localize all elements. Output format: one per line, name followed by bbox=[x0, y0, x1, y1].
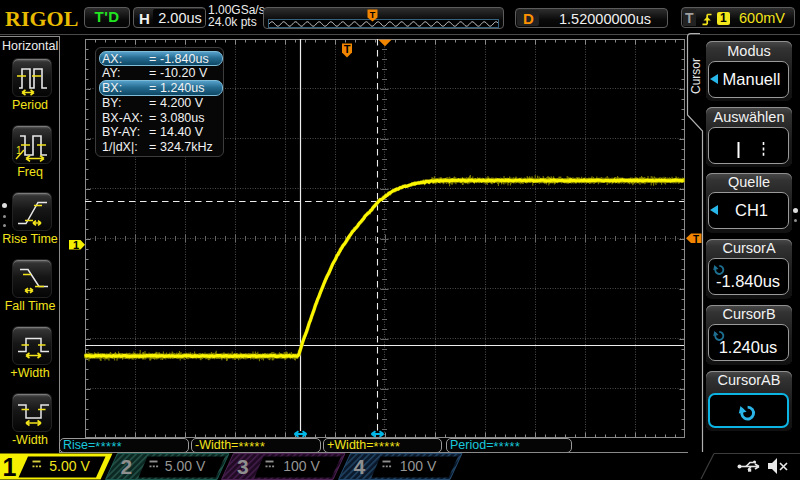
svg-text:T: T bbox=[344, 43, 351, 55]
svg-text:1: 1 bbox=[16, 145, 22, 156]
svg-text:T: T bbox=[370, 10, 376, 20]
svg-text:1: 1 bbox=[73, 239, 79, 251]
